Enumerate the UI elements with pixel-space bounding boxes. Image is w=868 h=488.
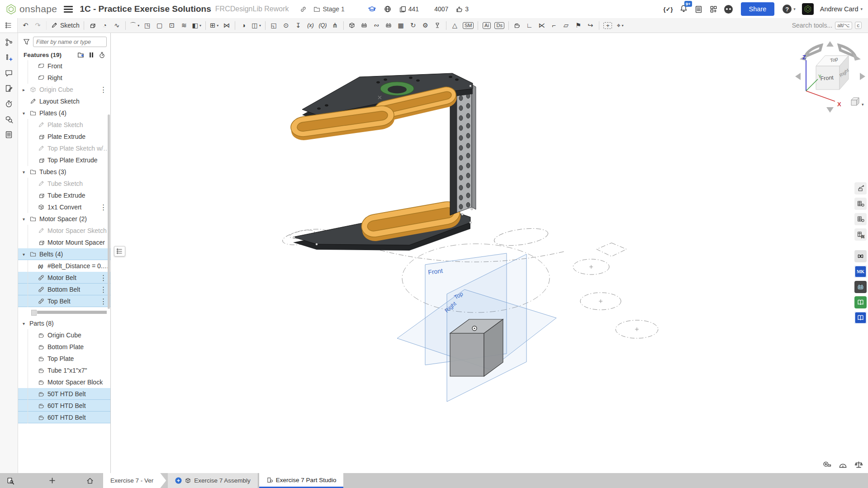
boolean[interactable]: ◑ (238, 19, 249, 32)
feature-bottom-belt[interactable]: Bottom Belt ⋮ (18, 284, 110, 295)
parts-caret-icon[interactable]: ▾ (23, 321, 29, 326)
onshape-logo[interactable]: onshape (5, 4, 57, 15)
comments[interactable] (3, 67, 15, 78)
appearance-panel[interactable] (854, 182, 867, 194)
feature-top-plate-extrude[interactable]: Top Plate Extrude (18, 154, 110, 166)
panel-scrollbar[interactable] (108, 114, 110, 309)
main-menu-icon[interactable] (64, 6, 73, 13)
new-folder-icon[interactable] (77, 51, 85, 59)
viewcube-front-label[interactable]: Front (820, 74, 834, 82)
tab-version[interactable]: Exercise 7 - Ver (103, 473, 166, 488)
feature-list-flyout-button[interactable] (114, 246, 125, 256)
feature-plate-extrude[interactable]: Plate Extrude (18, 131, 110, 142)
sweep[interactable]: ∿ (111, 19, 123, 32)
primitive-cube[interactable] (346, 19, 358, 32)
split[interactable]: ◫ ▾ (250, 19, 262, 32)
part-tube[interactable]: Tube 1"x1"x7" (18, 365, 110, 376)
thread[interactable]: ≋ (178, 19, 190, 32)
user-menu[interactable]: Andrew Card ▾ (820, 5, 863, 13)
custom-feature-robot-2[interactable] (383, 19, 394, 32)
chamfer[interactable]: ◳ (142, 19, 153, 32)
part-top-plate[interactable]: Top Plate (18, 353, 110, 365)
part-origin-cube[interactable]: Origin Cube (18, 329, 110, 341)
mark[interactable]: ⚑ (573, 19, 584, 32)
appearance-feature[interactable]: ▦ (395, 19, 407, 32)
report[interactable] (3, 129, 15, 140)
link-icon[interactable] (299, 5, 307, 13)
suspend-rebuild-icon[interactable] (90, 52, 94, 57)
extrude[interactable] (87, 19, 98, 32)
feature-motor-mount-spacer[interactable]: Motor Mount Spacer (18, 237, 110, 248)
tree-caret-icon[interactable]: ▾ (23, 217, 29, 222)
flatten[interactable]: ▱ (560, 19, 572, 32)
ai-feature[interactable]: Ai (481, 19, 492, 32)
mirror[interactable]: ⋈ (221, 19, 232, 32)
folder-tubes[interactable]: ▾ Tubes (3) (18, 166, 110, 178)
configurations-panel[interactable] (854, 228, 867, 241)
select-region[interactable]: + (602, 19, 614, 32)
sketch[interactable]: Sketch (49, 19, 81, 32)
feature-motor-belt[interactable]: Motor Belt ⋮ (18, 272, 110, 284)
tab-manager-button[interactable] (5, 473, 16, 488)
tree-caret-icon[interactable]: ▾ (23, 111, 29, 116)
hole[interactable]: ⊡ (166, 19, 177, 32)
nodes-stat[interactable]: 4007 (426, 5, 448, 13)
versions-history[interactable] (3, 37, 15, 47)
likes-stat[interactable]: 3 (455, 5, 469, 13)
ds-feature[interactable]: Ds (493, 19, 505, 32)
feature-tube-extrude[interactable]: Tube Extrude (18, 190, 110, 201)
flange[interactable] (512, 19, 523, 32)
tree-caret-icon[interactable]: ▸ (23, 87, 29, 92)
home-tab-button[interactable] (84, 473, 96, 488)
feature-top-belt[interactable]: Top Belt ⋮ (18, 295, 110, 307)
revolve[interactable]: ◔ (99, 19, 110, 32)
sheet-metal-tab[interactable]: ⌐ (548, 19, 560, 32)
feature-plate-sketch[interactable]: Plate Sketch (18, 119, 110, 131)
tree-caret-icon[interactable]: ▾ (23, 252, 29, 257)
protractor[interactable] (838, 460, 848, 470)
import[interactable]: ↧ (293, 19, 304, 32)
part-60t-htd-belt-2[interactable]: 60T HTD Belt (18, 412, 110, 423)
release-notes[interactable] (3, 83, 15, 94)
feature-motor-spacer-sketch[interactable]: Motor Spacer Sketch (18, 225, 110, 237)
new-tab-button[interactable] (46, 473, 58, 488)
feature-status-dots[interactable]: ⋮ (100, 85, 110, 94)
tab-part-studio[interactable]: Exercise 7 Part Studio (259, 473, 344, 488)
corner-break[interactable]: ⋉ (536, 19, 547, 32)
history[interactable] (3, 98, 15, 109)
transform[interactable]: ↻ (408, 19, 419, 32)
part-motor-spacer-block[interactable]: Motor Spacer Block (18, 376, 110, 388)
undo[interactable]: ↶ (20, 19, 31, 32)
feature-right-plane[interactable]: Right (18, 72, 110, 84)
frame[interactable]: ⊙ (280, 19, 292, 32)
folder-belts[interactable]: ▾ Belts (4) (18, 248, 110, 260)
advisor-icon[interactable] (724, 5, 733, 14)
app-mkcad[interactable]: MK (854, 265, 867, 278)
part-50t-htd-belt[interactable]: 50T HTD Belt (18, 388, 110, 400)
joint[interactable]: ↪ (585, 19, 596, 32)
help-menu[interactable]: ? ▾ (783, 5, 796, 14)
app-butterfly[interactable] (854, 250, 867, 262)
view-cube[interactable]: Top Front Right Z X Y ▾ (792, 38, 868, 115)
search-model[interactable] (3, 114, 15, 124)
rollback-bar[interactable] (37, 311, 107, 314)
learning-icon[interactable] (368, 5, 376, 14)
app-library-blue[interactable] (854, 312, 867, 324)
cone-feature[interactable]: △ (449, 19, 460, 32)
feature-belt-distance-variable[interactable]: #Belt_Distance = 0.43... (18, 260, 110, 272)
belt-feature[interactable] (432, 19, 443, 32)
curve-feature[interactable]: ∾ (371, 19, 382, 32)
folder-motor-spacer[interactable]: ▾ Motor Spacer (2) (18, 213, 110, 225)
cut-list[interactable] (854, 213, 867, 225)
workspace-selector[interactable]: Stage 1 (313, 5, 345, 13)
measure-tape[interactable] (822, 460, 832, 470)
linear-pattern[interactable]: ⊞ ▾ (209, 19, 220, 32)
share-button[interactable]: Share (741, 2, 775, 16)
public-globe-icon[interactable] (384, 5, 392, 13)
sheet-metal-model[interactable]: SM (461, 19, 475, 32)
tab-assembly[interactable]: Exercise 7 Assembly (168, 473, 258, 488)
view-options-button[interactable]: ▾ (851, 98, 864, 107)
app-library-green[interactable] (854, 296, 867, 308)
search-tools[interactable]: Search tools... alt/⌥ c (792, 22, 868, 29)
feature-top-plate-sketch[interactable]: Top Plate Sketch w/ M... (18, 142, 110, 154)
